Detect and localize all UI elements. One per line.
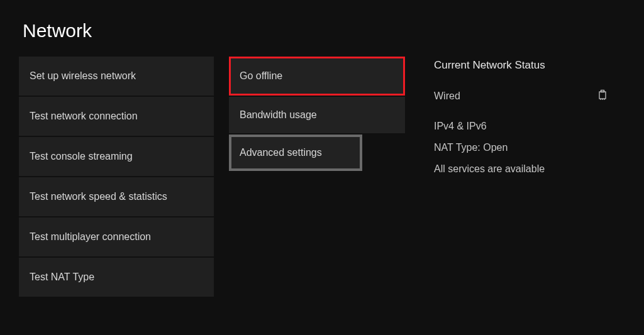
status-nat: NAT Type: Open <box>434 142 623 153</box>
middle-column: Go offline Bandwidth usage Advanced sett… <box>229 57 405 297</box>
status-ip: IPv4 & IPv6 <box>434 121 623 132</box>
page-title: Network <box>0 0 644 57</box>
ethernet-icon <box>598 89 607 103</box>
test-speed-statistics-button[interactable]: Test network speed & statistics <box>19 177 214 216</box>
left-column: Set up wireless network Test network con… <box>19 57 214 297</box>
go-offline-button[interactable]: Go offline <box>229 57 405 96</box>
status-panel: Current Network Status Wired IPv4 & IPv6… <box>434 57 623 297</box>
test-console-streaming-button[interactable]: Test console streaming <box>19 137 214 176</box>
advanced-settings-button[interactable]: Advanced settings <box>229 135 362 171</box>
test-multiplayer-button[interactable]: Test multiplayer connection <box>19 217 214 256</box>
status-services: All services are available <box>434 163 623 175</box>
status-heading: Current Network Status <box>434 59 623 72</box>
test-network-connection-button[interactable]: Test network connection <box>19 97 214 136</box>
svg-rect-0 <box>599 92 606 99</box>
status-connection: Wired <box>434 91 460 102</box>
setup-wireless-button[interactable]: Set up wireless network <box>19 57 214 96</box>
test-nat-type-button[interactable]: Test NAT Type <box>19 258 214 297</box>
bandwidth-usage-button[interactable]: Bandwidth usage <box>229 97 405 133</box>
svg-rect-1 <box>601 91 604 92</box>
